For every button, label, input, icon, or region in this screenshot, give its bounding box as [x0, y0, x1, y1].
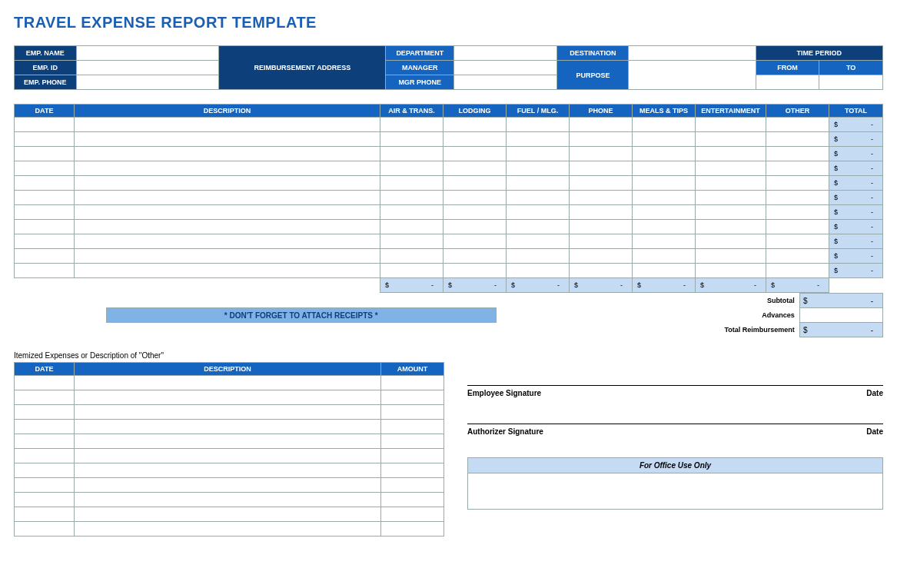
- expense-cell[interactable]: [633, 161, 696, 176]
- expense-cell[interactable]: [766, 220, 829, 234]
- expense-cell[interactable]: [380, 249, 444, 264]
- expense-cell[interactable]: [507, 264, 570, 278]
- expense-cell[interactable]: [75, 205, 380, 220]
- office-use-body[interactable]: [468, 473, 882, 509]
- itemized-cell[interactable]: [75, 493, 381, 507]
- authorizer-signature-line[interactable]: Authorizer Signature Date: [467, 424, 883, 436]
- itemized-cell[interactable]: [15, 493, 75, 507]
- expense-cell[interactable]: [380, 132, 444, 147]
- expense-cell[interactable]: [696, 118, 766, 132]
- expense-cell[interactable]: [507, 220, 570, 234]
- expense-cell[interactable]: [507, 234, 570, 249]
- expense-cell[interactable]: [633, 264, 696, 278]
- expense-cell[interactable]: [444, 147, 507, 161]
- expense-cell[interactable]: [696, 176, 766, 191]
- expense-cell[interactable]: [507, 205, 570, 220]
- itemized-cell[interactable]: [381, 420, 444, 434]
- expense-cell[interactable]: [507, 118, 570, 132]
- expense-cell[interactable]: [75, 220, 380, 234]
- expense-cell[interactable]: [75, 118, 380, 132]
- expense-cell[interactable]: [444, 118, 507, 132]
- itemized-cell[interactable]: [15, 420, 75, 434]
- expense-cell[interactable]: [75, 132, 380, 147]
- expense-cell[interactable]: [570, 161, 633, 176]
- itemized-cell[interactable]: [15, 507, 75, 522]
- itemized-cell[interactable]: [381, 478, 444, 493]
- expense-cell[interactable]: [507, 132, 570, 147]
- expense-cell[interactable]: [75, 161, 380, 176]
- expense-cell[interactable]: [75, 147, 380, 161]
- expense-cell[interactable]: [507, 249, 570, 264]
- input-mgr-phone[interactable]: [454, 75, 557, 90]
- expense-cell[interactable]: [15, 147, 75, 161]
- expense-cell[interactable]: [15, 191, 75, 205]
- expense-cell[interactable]: [696, 264, 766, 278]
- expense-cell[interactable]: [696, 249, 766, 264]
- expense-cell[interactable]: [570, 132, 633, 147]
- expense-cell[interactable]: [380, 191, 444, 205]
- expense-cell[interactable]: [507, 147, 570, 161]
- expense-cell[interactable]: [444, 132, 507, 147]
- expense-cell[interactable]: [766, 234, 829, 249]
- itemized-cell[interactable]: [381, 449, 444, 463]
- itemized-cell[interactable]: [381, 434, 444, 449]
- expense-cell[interactable]: [15, 176, 75, 191]
- itemized-cell[interactable]: [75, 390, 381, 405]
- expense-cell[interactable]: [380, 220, 444, 234]
- itemized-cell[interactable]: [15, 434, 75, 449]
- expense-cell[interactable]: [507, 191, 570, 205]
- expense-cell[interactable]: [696, 191, 766, 205]
- expense-cell[interactable]: [570, 191, 633, 205]
- input-to[interactable]: [819, 75, 883, 90]
- itemized-cell[interactable]: [381, 507, 444, 522]
- expense-cell[interactable]: [15, 161, 75, 176]
- itemized-cell[interactable]: [75, 405, 381, 420]
- expense-cell[interactable]: [766, 205, 829, 220]
- expense-cell[interactable]: [15, 249, 75, 264]
- input-emp-phone[interactable]: [76, 75, 219, 90]
- expense-cell[interactable]: [633, 191, 696, 205]
- input-from[interactable]: [756, 75, 819, 90]
- expense-cell[interactable]: [444, 220, 507, 234]
- expense-cell[interactable]: [380, 264, 444, 278]
- itemized-cell[interactable]: [15, 405, 75, 420]
- itemized-cell[interactable]: [15, 449, 75, 463]
- expense-cell[interactable]: [380, 234, 444, 249]
- expense-cell[interactable]: [75, 176, 380, 191]
- expense-cell[interactable]: [15, 234, 75, 249]
- expense-cell[interactable]: [696, 132, 766, 147]
- expense-cell[interactable]: [696, 147, 766, 161]
- itemized-cell[interactable]: [381, 376, 444, 390]
- expense-cell[interactable]: [380, 147, 444, 161]
- input-department[interactable]: [454, 46, 557, 61]
- expense-cell[interactable]: [507, 176, 570, 191]
- itemized-cell[interactable]: [15, 478, 75, 493]
- employee-signature-line[interactable]: Employee Signature Date: [467, 385, 883, 397]
- expense-cell[interactable]: [15, 118, 75, 132]
- itemized-cell[interactable]: [381, 463, 444, 478]
- expense-cell[interactable]: [633, 132, 696, 147]
- expense-cell[interactable]: [633, 220, 696, 234]
- input-emp-id[interactable]: [76, 61, 219, 75]
- expense-cell[interactable]: [570, 205, 633, 220]
- expense-cell[interactable]: [15, 205, 75, 220]
- itemized-cell[interactable]: [75, 522, 381, 537]
- expense-cell[interactable]: [570, 176, 633, 191]
- expense-cell[interactable]: [633, 249, 696, 264]
- expense-cell[interactable]: [766, 161, 829, 176]
- expense-cell[interactable]: [696, 234, 766, 249]
- expense-cell[interactable]: [444, 264, 507, 278]
- itemized-cell[interactable]: [75, 449, 381, 463]
- itemized-cell[interactable]: [75, 463, 381, 478]
- expense-cell[interactable]: [75, 264, 380, 278]
- expense-cell[interactable]: [696, 205, 766, 220]
- expense-cell[interactable]: [766, 191, 829, 205]
- expense-cell[interactable]: [633, 234, 696, 249]
- expense-cell[interactable]: [15, 264, 75, 278]
- input-emp-name[interactable]: [76, 46, 219, 61]
- input-advances[interactable]: [799, 308, 882, 323]
- expense-cell[interactable]: [766, 147, 829, 161]
- expense-cell[interactable]: [380, 176, 444, 191]
- expense-cell[interactable]: [380, 205, 444, 220]
- expense-cell[interactable]: [15, 220, 75, 234]
